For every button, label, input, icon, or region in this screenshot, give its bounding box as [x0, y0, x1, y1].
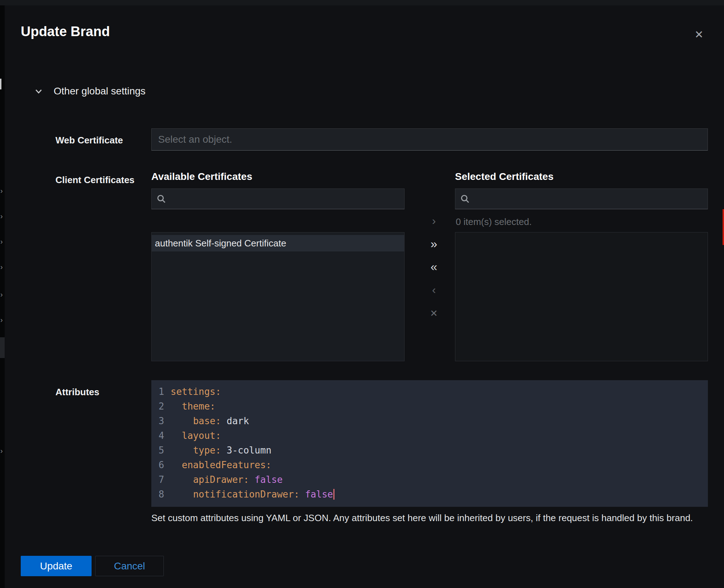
sidebar-chevron-icon: ›	[0, 212, 5, 220]
sidebar-chevron-icon: ›	[0, 291, 5, 298]
add-all-button[interactable]: »	[421, 236, 446, 251]
sidebar-chevron-icon: ›	[0, 238, 5, 245]
search-icon	[157, 194, 166, 204]
sidebar-active-item-edge	[0, 337, 5, 358]
available-certificates-list: authentik Self-signed Certificate	[151, 232, 405, 361]
selected-status: 0 item(s) selected.	[456, 216, 532, 227]
attributes-editor-lines: 1settings:2 theme:3 base: dark4 layout:5…	[151, 384, 708, 502]
available-certificates-title: Available Certificates	[151, 171, 252, 182]
sidebar-chevron-icon: ›	[0, 263, 5, 270]
sidebar-chevron-icon: ›	[0, 316, 5, 323]
selected-certificates-title: Selected Certificates	[455, 171, 553, 182]
close-icon: ✕	[694, 29, 703, 40]
page-top-strip	[0, 0, 724, 5]
attributes-code-editor[interactable]: 1settings:2 theme:3 base: dark4 layout:5…	[151, 380, 708, 507]
code-line: 4 layout:	[151, 428, 708, 443]
add-selected-button[interactable]: ›	[421, 213, 446, 229]
selected-certificates-list	[455, 232, 708, 361]
modal-title: Update Brand	[21, 24, 110, 39]
list-item[interactable]: authentik Self-signed Certificate	[152, 235, 404, 251]
close-button[interactable]: ✕	[690, 26, 708, 43]
remove-all-button[interactable]: «	[421, 259, 446, 274]
client-certificates-label: Client Certificates	[55, 175, 134, 186]
web-certificate-label: Web Certificate	[55, 135, 123, 146]
selected-search[interactable]	[455, 188, 708, 209]
web-certificate-input[interactable]	[152, 129, 708, 150]
sidebar-scrollbar-thumb[interactable]	[0, 79, 1, 89]
attributes-help-text: Set custom attributes using YAML or JSON…	[151, 513, 699, 524]
line-number: 5	[151, 443, 168, 458]
text-cursor	[333, 489, 334, 500]
update-button[interactable]: Update	[21, 556, 92, 576]
code-line: 8 notificationDrawer: false	[151, 487, 708, 502]
clear-button[interactable]: ✕	[421, 305, 446, 321]
code-line: 7 apiDrawer: false	[151, 472, 708, 487]
selected-search-input[interactable]	[474, 193, 703, 205]
search-icon	[460, 194, 470, 204]
line-number: 6	[151, 458, 168, 472]
section-toggle-other-global-settings[interactable]: Other global settings	[34, 85, 146, 97]
available-search-input[interactable]	[170, 193, 399, 205]
remove-selected-button[interactable]: ‹	[421, 282, 446, 298]
line-number: 3	[151, 414, 168, 428]
code-line: 3 base: dark	[151, 414, 708, 428]
sidebar-chevron-icon: ›	[0, 187, 5, 194]
available-search[interactable]	[151, 188, 405, 209]
sidebar-chevron-icon: ›	[0, 447, 5, 454]
code-line: 6 enabledFeatures:	[151, 458, 708, 472]
cancel-button[interactable]: Cancel	[95, 556, 164, 576]
code-line: 1settings:	[151, 384, 708, 399]
line-number: 4	[151, 428, 168, 443]
line-number: 2	[151, 399, 168, 414]
code-line: 2 theme:	[151, 399, 708, 414]
attributes-label: Attributes	[55, 387, 99, 398]
line-number: 7	[151, 472, 168, 487]
sidebar-strip: ›››››››	[0, 5, 5, 588]
chevron-down-icon	[34, 87, 43, 95]
alert-edge-sliver	[723, 209, 724, 245]
line-number: 1	[151, 384, 168, 399]
section-toggle-label: Other global settings	[54, 85, 146, 97]
line-number: 8	[151, 487, 168, 502]
code-line: 5 type: 3-column	[151, 443, 708, 458]
update-brand-modal: Update Brand ✕ Other global settings Web…	[5, 5, 724, 588]
web-certificate-select[interactable]	[151, 128, 708, 151]
